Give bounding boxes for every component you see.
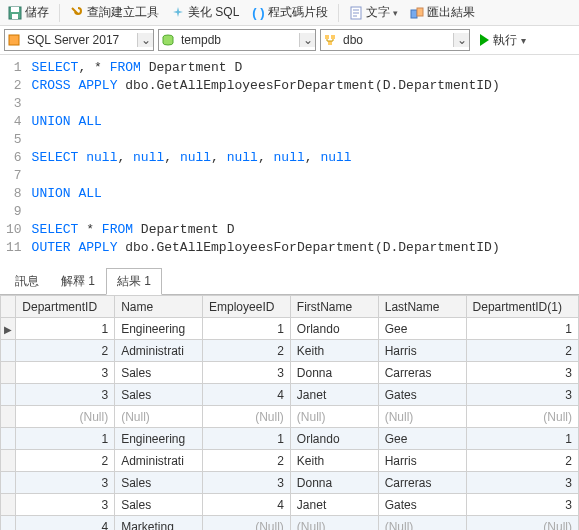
cell[interactable]: 1 <box>203 428 291 450</box>
column-header[interactable]: DepartmentID(1) <box>466 296 578 318</box>
row-selector[interactable] <box>1 494 16 516</box>
cell[interactable]: Keith <box>290 450 378 472</box>
cell[interactable]: Keith <box>290 340 378 362</box>
database-combo[interactable]: tempdb ⌄ <box>158 29 316 51</box>
cell[interactable]: (Null) <box>16 406 115 428</box>
cell[interactable]: Marketing <box>115 516 203 531</box>
tab-explain[interactable]: 解釋 1 <box>50 268 106 295</box>
cell[interactable]: Gates <box>378 384 466 406</box>
cell[interactable]: 3 <box>16 362 115 384</box>
cell[interactable]: 1 <box>466 428 578 450</box>
cell[interactable]: Harris <box>378 450 466 472</box>
row-selector[interactable] <box>1 450 16 472</box>
chevron-down-icon[interactable]: ⌄ <box>137 33 153 47</box>
cell[interactable]: Administrati <box>115 340 203 362</box>
cell[interactable]: Sales <box>115 494 203 516</box>
code-line[interactable]: OUTER APPLY dbo.GetAllEmployeesForDepart… <box>32 239 579 257</box>
cell[interactable]: Sales <box>115 384 203 406</box>
results-grid[interactable]: DepartmentIDNameEmployeeIDFirstNameLastN… <box>0 295 579 530</box>
row-selector[interactable] <box>1 362 16 384</box>
cell[interactable]: 1 <box>466 318 578 340</box>
table-row[interactable]: (Null)(Null)(Null)(Null)(Null)(Null) <box>1 406 579 428</box>
cell[interactable]: 3 <box>16 494 115 516</box>
sql-editor[interactable]: 1234567891011 SELECT, * FROM Department … <box>0 55 579 267</box>
row-selector[interactable] <box>1 384 16 406</box>
code-line[interactable]: SELECT null, null, null, null, null, nul… <box>32 149 579 167</box>
row-selector[interactable] <box>1 340 16 362</box>
cell[interactable]: Carreras <box>378 362 466 384</box>
cell[interactable]: Sales <box>115 362 203 384</box>
beautify-button[interactable]: 美化 SQL <box>167 2 243 23</box>
code-line[interactable]: SELECT * FROM Department D <box>32 221 579 239</box>
tab-messages[interactable]: 訊息 <box>4 268 50 295</box>
chevron-down-icon[interactable]: ⌄ <box>453 33 469 47</box>
cell[interactable]: 3 <box>16 472 115 494</box>
cell[interactable]: Sales <box>115 472 203 494</box>
column-header[interactable]: LastName <box>378 296 466 318</box>
cell[interactable]: Gee <box>378 428 466 450</box>
cell[interactable]: Gates <box>378 494 466 516</box>
code-line[interactable]: CROSS APPLY dbo.GetAllEmployeesForDepart… <box>32 77 579 95</box>
table-row[interactable]: 3Sales4JanetGates3 <box>1 384 579 406</box>
cell[interactable]: 1 <box>203 318 291 340</box>
code-line[interactable] <box>32 203 579 221</box>
cell[interactable]: (Null) <box>466 406 578 428</box>
export-button[interactable]: 匯出結果 <box>406 2 479 23</box>
cell[interactable]: Gee <box>378 318 466 340</box>
code-line[interactable]: UNION ALL <box>32 185 579 203</box>
cell[interactable]: (Null) <box>115 406 203 428</box>
cell[interactable]: (Null) <box>203 516 291 531</box>
cell[interactable]: 4 <box>203 494 291 516</box>
column-header[interactable]: Name <box>115 296 203 318</box>
table-row[interactable]: 2Administrati2KeithHarris2 <box>1 340 579 362</box>
code-line[interactable]: SELECT, * FROM Department D <box>32 59 579 77</box>
cell[interactable]: 2 <box>16 450 115 472</box>
cell[interactable]: 1 <box>16 428 115 450</box>
cell[interactable]: Janet <box>290 384 378 406</box>
table-row[interactable]: 1Engineering1OrlandoGee1 <box>1 428 579 450</box>
cell[interactable]: 3 <box>466 384 578 406</box>
tab-results[interactable]: 結果 1 <box>106 268 162 295</box>
cell[interactable]: 3 <box>466 494 578 516</box>
table-row[interactable]: 3Sales3DonnaCarreras3 <box>1 472 579 494</box>
cell[interactable]: Janet <box>290 494 378 516</box>
cell[interactable]: 2 <box>203 340 291 362</box>
row-selector[interactable] <box>1 472 16 494</box>
cell[interactable]: 4 <box>16 516 115 531</box>
run-button[interactable]: 執行 ▾ <box>474 30 532 51</box>
chevron-down-icon[interactable]: ⌄ <box>299 33 315 47</box>
cell[interactable]: 1 <box>16 318 115 340</box>
code-line[interactable] <box>32 131 579 149</box>
cell[interactable]: 4 <box>203 384 291 406</box>
server-combo[interactable]: SQL Server 2017 ⌄ <box>4 29 154 51</box>
row-selector[interactable] <box>1 516 16 531</box>
cell[interactable]: Harris <box>378 340 466 362</box>
cell[interactable]: Orlando <box>290 318 378 340</box>
cell[interactable]: 3 <box>16 384 115 406</box>
table-row[interactable]: 4Marketing(Null)(Null)(Null)(Null) <box>1 516 579 531</box>
cell[interactable]: 2 <box>466 450 578 472</box>
cell[interactable]: (Null) <box>378 406 466 428</box>
cell[interactable]: Engineering <box>115 428 203 450</box>
cell[interactable]: (Null) <box>378 516 466 531</box>
cell[interactable]: (Null) <box>290 406 378 428</box>
cell[interactable]: 3 <box>203 472 291 494</box>
table-row[interactable]: 3Sales4JanetGates3 <box>1 494 579 516</box>
column-header[interactable]: EmployeeID <box>203 296 291 318</box>
run-dropdown-icon[interactable]: ▾ <box>521 35 526 46</box>
cell[interactable]: Orlando <box>290 428 378 450</box>
column-header[interactable]: FirstName <box>290 296 378 318</box>
code-area[interactable]: SELECT, * FROM Department DCROSS APPLY d… <box>32 59 579 257</box>
cell[interactable]: (Null) <box>203 406 291 428</box>
cell[interactable]: 2 <box>466 340 578 362</box>
code-line[interactable]: UNION ALL <box>32 113 579 131</box>
cell[interactable]: (Null) <box>466 516 578 531</box>
cell[interactable]: Administrati <box>115 450 203 472</box>
row-selector[interactable] <box>1 428 16 450</box>
cell[interactable]: Engineering <box>115 318 203 340</box>
cell[interactable]: Donna <box>290 362 378 384</box>
table-row[interactable]: ▶1Engineering1OrlandoGee1 <box>1 318 579 340</box>
cell[interactable]: 2 <box>203 450 291 472</box>
table-row[interactable]: 2Administrati2KeithHarris2 <box>1 450 579 472</box>
row-selector[interactable] <box>1 406 16 428</box>
